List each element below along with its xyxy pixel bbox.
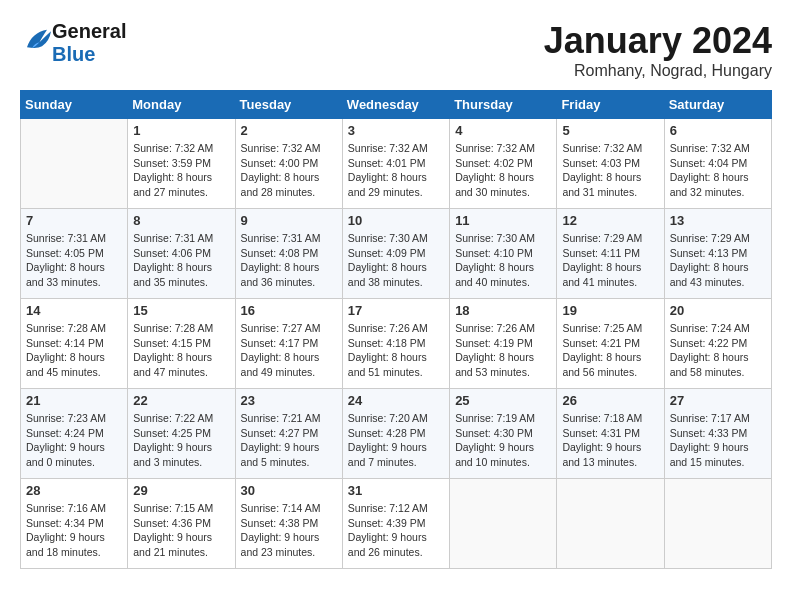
- day-info: Sunrise: 7:29 AMSunset: 4:13 PMDaylight:…: [670, 231, 766, 290]
- calendar-week-row: 7Sunrise: 7:31 AMSunset: 4:05 PMDaylight…: [21, 209, 772, 299]
- header-thursday: Thursday: [450, 91, 557, 119]
- table-row: 17Sunrise: 7:26 AMSunset: 4:18 PMDayligh…: [342, 299, 449, 389]
- day-info: Sunrise: 7:31 AMSunset: 4:05 PMDaylight:…: [26, 231, 122, 290]
- day-info: Sunrise: 7:32 AMSunset: 4:01 PMDaylight:…: [348, 141, 444, 200]
- calendar-table: Sunday Monday Tuesday Wednesday Thursday…: [20, 90, 772, 569]
- day-info: Sunrise: 7:32 AMSunset: 4:00 PMDaylight:…: [241, 141, 337, 200]
- day-number: 4: [455, 123, 551, 138]
- table-row: 20Sunrise: 7:24 AMSunset: 4:22 PMDayligh…: [664, 299, 771, 389]
- day-number: 9: [241, 213, 337, 228]
- day-info: Sunrise: 7:32 AMSunset: 3:59 PMDaylight:…: [133, 141, 229, 200]
- table-row: [557, 479, 664, 569]
- header-tuesday: Tuesday: [235, 91, 342, 119]
- day-info: Sunrise: 7:23 AMSunset: 4:24 PMDaylight:…: [26, 411, 122, 470]
- day-number: 25: [455, 393, 551, 408]
- table-row: 19Sunrise: 7:25 AMSunset: 4:21 PMDayligh…: [557, 299, 664, 389]
- table-row: 28Sunrise: 7:16 AMSunset: 4:34 PMDayligh…: [21, 479, 128, 569]
- day-info: Sunrise: 7:30 AMSunset: 4:09 PMDaylight:…: [348, 231, 444, 290]
- logo: General Blue: [20, 20, 126, 66]
- table-row: 13Sunrise: 7:29 AMSunset: 4:13 PMDayligh…: [664, 209, 771, 299]
- day-number: 23: [241, 393, 337, 408]
- table-row: 3Sunrise: 7:32 AMSunset: 4:01 PMDaylight…: [342, 119, 449, 209]
- table-row: 18Sunrise: 7:26 AMSunset: 4:19 PMDayligh…: [450, 299, 557, 389]
- day-info: Sunrise: 7:27 AMSunset: 4:17 PMDaylight:…: [241, 321, 337, 380]
- day-info: Sunrise: 7:26 AMSunset: 4:19 PMDaylight:…: [455, 321, 551, 380]
- day-number: 31: [348, 483, 444, 498]
- day-info: Sunrise: 7:26 AMSunset: 4:18 PMDaylight:…: [348, 321, 444, 380]
- table-row: 5Sunrise: 7:32 AMSunset: 4:03 PMDaylight…: [557, 119, 664, 209]
- day-info: Sunrise: 7:32 AMSunset: 4:04 PMDaylight:…: [670, 141, 766, 200]
- logo-text: General Blue: [52, 20, 126, 66]
- day-info: Sunrise: 7:17 AMSunset: 4:33 PMDaylight:…: [670, 411, 766, 470]
- table-row: 21Sunrise: 7:23 AMSunset: 4:24 PMDayligh…: [21, 389, 128, 479]
- day-info: Sunrise: 7:14 AMSunset: 4:38 PMDaylight:…: [241, 501, 337, 560]
- table-row: 27Sunrise: 7:17 AMSunset: 4:33 PMDayligh…: [664, 389, 771, 479]
- day-number: 3: [348, 123, 444, 138]
- table-row: 6Sunrise: 7:32 AMSunset: 4:04 PMDaylight…: [664, 119, 771, 209]
- day-number: 26: [562, 393, 658, 408]
- table-row: 1Sunrise: 7:32 AMSunset: 3:59 PMDaylight…: [128, 119, 235, 209]
- table-row: 25Sunrise: 7:19 AMSunset: 4:30 PMDayligh…: [450, 389, 557, 479]
- day-info: Sunrise: 7:20 AMSunset: 4:28 PMDaylight:…: [348, 411, 444, 470]
- calendar-week-row: 1Sunrise: 7:32 AMSunset: 3:59 PMDaylight…: [21, 119, 772, 209]
- table-row: 26Sunrise: 7:18 AMSunset: 4:31 PMDayligh…: [557, 389, 664, 479]
- table-row: 24Sunrise: 7:20 AMSunset: 4:28 PMDayligh…: [342, 389, 449, 479]
- day-number: 12: [562, 213, 658, 228]
- day-info: Sunrise: 7:21 AMSunset: 4:27 PMDaylight:…: [241, 411, 337, 470]
- day-number: 22: [133, 393, 229, 408]
- day-info: Sunrise: 7:31 AMSunset: 4:06 PMDaylight:…: [133, 231, 229, 290]
- day-number: 13: [670, 213, 766, 228]
- table-row: [21, 119, 128, 209]
- table-row: 8Sunrise: 7:31 AMSunset: 4:06 PMDaylight…: [128, 209, 235, 299]
- table-row: 12Sunrise: 7:29 AMSunset: 4:11 PMDayligh…: [557, 209, 664, 299]
- table-row: [450, 479, 557, 569]
- day-number: 11: [455, 213, 551, 228]
- day-info: Sunrise: 7:32 AMSunset: 4:03 PMDaylight:…: [562, 141, 658, 200]
- day-number: 1: [133, 123, 229, 138]
- day-number: 8: [133, 213, 229, 228]
- table-row: 9Sunrise: 7:31 AMSunset: 4:08 PMDaylight…: [235, 209, 342, 299]
- day-info: Sunrise: 7:16 AMSunset: 4:34 PMDaylight:…: [26, 501, 122, 560]
- day-info: Sunrise: 7:28 AMSunset: 4:14 PMDaylight:…: [26, 321, 122, 380]
- day-number: 7: [26, 213, 122, 228]
- table-row: 2Sunrise: 7:32 AMSunset: 4:00 PMDaylight…: [235, 119, 342, 209]
- day-info: Sunrise: 7:30 AMSunset: 4:10 PMDaylight:…: [455, 231, 551, 290]
- day-number: 28: [26, 483, 122, 498]
- day-number: 6: [670, 123, 766, 138]
- month-year-title: January 2024: [544, 20, 772, 62]
- table-row: 4Sunrise: 7:32 AMSunset: 4:02 PMDaylight…: [450, 119, 557, 209]
- day-info: Sunrise: 7:29 AMSunset: 4:11 PMDaylight:…: [562, 231, 658, 290]
- day-number: 19: [562, 303, 658, 318]
- logo-icon: [22, 27, 52, 55]
- day-info: Sunrise: 7:31 AMSunset: 4:08 PMDaylight:…: [241, 231, 337, 290]
- day-info: Sunrise: 7:32 AMSunset: 4:02 PMDaylight:…: [455, 141, 551, 200]
- day-number: 5: [562, 123, 658, 138]
- header-saturday: Saturday: [664, 91, 771, 119]
- table-row: [664, 479, 771, 569]
- day-info: Sunrise: 7:19 AMSunset: 4:30 PMDaylight:…: [455, 411, 551, 470]
- day-number: 15: [133, 303, 229, 318]
- day-number: 2: [241, 123, 337, 138]
- day-number: 18: [455, 303, 551, 318]
- day-info: Sunrise: 7:12 AMSunset: 4:39 PMDaylight:…: [348, 501, 444, 560]
- day-number: 17: [348, 303, 444, 318]
- calendar-week-row: 14Sunrise: 7:28 AMSunset: 4:14 PMDayligh…: [21, 299, 772, 389]
- day-info: Sunrise: 7:24 AMSunset: 4:22 PMDaylight:…: [670, 321, 766, 380]
- page-header: General Blue January 2024 Romhany, Nogra…: [20, 20, 772, 80]
- table-row: 22Sunrise: 7:22 AMSunset: 4:25 PMDayligh…: [128, 389, 235, 479]
- header-monday: Monday: [128, 91, 235, 119]
- day-number: 16: [241, 303, 337, 318]
- header-sunday: Sunday: [21, 91, 128, 119]
- day-number: 20: [670, 303, 766, 318]
- calendar-week-row: 28Sunrise: 7:16 AMSunset: 4:34 PMDayligh…: [21, 479, 772, 569]
- day-number: 27: [670, 393, 766, 408]
- day-number: 21: [26, 393, 122, 408]
- table-row: 31Sunrise: 7:12 AMSunset: 4:39 PMDayligh…: [342, 479, 449, 569]
- day-info: Sunrise: 7:22 AMSunset: 4:25 PMDaylight:…: [133, 411, 229, 470]
- table-row: 10Sunrise: 7:30 AMSunset: 4:09 PMDayligh…: [342, 209, 449, 299]
- table-row: 16Sunrise: 7:27 AMSunset: 4:17 PMDayligh…: [235, 299, 342, 389]
- day-number: 10: [348, 213, 444, 228]
- table-row: 23Sunrise: 7:21 AMSunset: 4:27 PMDayligh…: [235, 389, 342, 479]
- calendar-header-row: Sunday Monday Tuesday Wednesday Thursday…: [21, 91, 772, 119]
- header-wednesday: Wednesday: [342, 91, 449, 119]
